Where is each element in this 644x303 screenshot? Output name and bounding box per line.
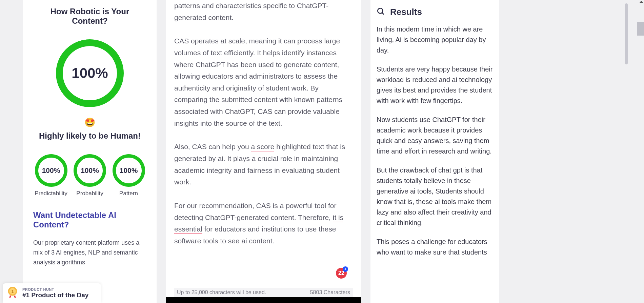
bottom-bar [166, 297, 361, 303]
input-text-content[interactable]: patterns and characteristics specific to… [174, 0, 353, 247]
panel-title: How Robotic is Your Content? [33, 7, 146, 26]
likely-text: Highly likely to be Human! [39, 131, 141, 141]
main-score-value: 100% [72, 65, 108, 81]
medal-icon: 1 [6, 286, 19, 299]
results-paragraph: Now students use ChatGPT for their acade… [377, 115, 493, 157]
magnify-icon [377, 7, 385, 17]
probability-gauge: 100% Probability [72, 154, 108, 197]
product-hunt-title: #1 Product of the Day [22, 291, 95, 299]
pattern-gauge: 100% Pattern [111, 154, 146, 197]
input-text-panel[interactable]: patterns and characteristics specific to… [166, 0, 361, 303]
results-paragraph: In this modern time in which we are livi… [377, 24, 493, 56]
robotic-score-panel: How Robotic is Your Content? 100% 🤩 High… [23, 0, 157, 303]
probability-value: 100% [81, 166, 99, 175]
svg-line-1 [382, 13, 384, 14]
predictability-label: Predictability [33, 190, 69, 197]
text-paragraph: CAS operates at scale, meaning it can pr… [174, 35, 353, 129]
results-paragraph: But the drawback of chat gpt is that stu… [377, 165, 493, 228]
highlighted-text[interactable]: a score [251, 143, 274, 152]
scroll-up-arrow-icon[interactable] [640, 1, 643, 3]
pattern-value: 100% [120, 166, 138, 175]
page-scrollbar[interactable] [637, 22, 644, 36]
subscores-row: 100% Predictability 100% Probability 100… [33, 154, 146, 197]
results-body: In this modern time in which we are livi… [377, 24, 493, 258]
star-eyes-emoji-icon: 🤩 [84, 117, 95, 128]
char-count-label: 5803 Characters [310, 289, 350, 296]
text-paragraph: For our recommendation, CAS is a powerfu… [174, 200, 353, 247]
product-hunt-label: PRODUCT HUNT [22, 287, 95, 291]
results-title: Results [390, 7, 422, 17]
results-paragraph: This poses a challenge for educators who… [377, 237, 493, 258]
pattern-label: Pattern [111, 190, 146, 197]
predictability-value: 100% [42, 166, 60, 175]
plus-icon: + [343, 266, 348, 272]
scrollbar[interactable] [625, 3, 628, 64]
svg-point-0 [378, 8, 383, 13]
results-panel: Results In this modern time in which we … [370, 0, 499, 303]
svg-text:1: 1 [12, 289, 14, 294]
product-hunt-badge[interactable]: 1 PRODUCT HUNT #1 Product of the Day [3, 283, 101, 303]
likely-label: 🤩 Highly likely to be Human! [33, 117, 146, 141]
undetectable-description: Our proprietary content platform uses a … [33, 238, 146, 267]
text-paragraph: patterns and characteristics specific to… [174, 0, 353, 23]
character-status-bar: Up to 25,000 characters will be used. 58… [174, 288, 353, 297]
probability-label: Probability [72, 190, 108, 197]
undetectable-heading: Want Undetectable AI Content? [33, 210, 146, 229]
text-paragraph: Also, CAS can help you a score highlight… [174, 141, 353, 188]
char-limit-label: Up to 25,000 characters will be used. [177, 289, 266, 296]
predictability-gauge: 100% Predictability [33, 154, 69, 197]
results-paragraph: Students are very happy because their wo… [377, 64, 493, 106]
issues-count-badge[interactable]: 22 + [335, 267, 347, 279]
main-score-gauge: 100% [56, 39, 124, 107]
